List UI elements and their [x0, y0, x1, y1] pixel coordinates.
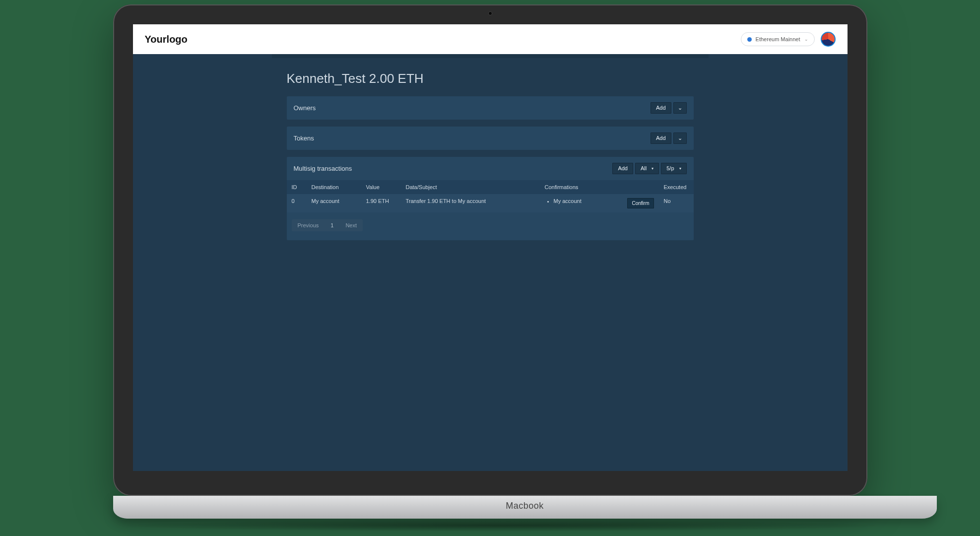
col-id: ID: [287, 180, 307, 194]
col-data-subject: Data/Subject: [401, 180, 540, 194]
laptop-brand-label: Macbook: [506, 501, 544, 511]
multisig-pagesize-select[interactable]: 5/p ▾: [661, 163, 686, 174]
camera-dot: [488, 11, 492, 15]
cell-value: 1.90 ETH: [361, 194, 401, 212]
multisig-filter-select[interactable]: All ▾: [635, 163, 659, 174]
avatar[interactable]: [821, 32, 836, 47]
cell-executed: No: [659, 194, 694, 212]
tokens-add-button[interactable]: Add: [651, 133, 671, 144]
tokens-panel: Tokens Add ⌄: [287, 127, 694, 150]
multisig-pagesize-value: 5/p: [666, 166, 674, 171]
caret-down-icon: ▾: [679, 167, 681, 171]
multisig-filter-value: All: [641, 166, 647, 171]
app-header: Yourlogo Ethereum Mainnet ⌄: [133, 24, 848, 54]
panels-column: Owners Add ⌄ Tokens Add: [287, 96, 694, 240]
pager-next-button[interactable]: Next: [339, 219, 363, 231]
network-status-dot-icon: [747, 37, 752, 42]
caret-down-icon: ▾: [652, 167, 653, 171]
pager-page-1[interactable]: 1: [325, 219, 339, 231]
confirm-button[interactable]: Confirm: [627, 198, 653, 208]
owners-expand-button[interactable]: ⌄: [673, 102, 687, 114]
confirmation-item: My account: [554, 198, 582, 204]
network-name: Ethereum Mainnet: [756, 36, 800, 42]
cell-id: 0: [287, 194, 307, 212]
header-notch: [272, 54, 709, 58]
col-executed: Executed: [659, 180, 694, 194]
multisig-panel-title: Multisig transactions: [294, 165, 352, 172]
pager: Previous 1 Next: [287, 212, 694, 240]
owners-add-button[interactable]: Add: [651, 102, 671, 114]
laptop-shadow: [113, 520, 887, 532]
owners-panel-title: Owners: [294, 104, 316, 112]
tokens-expand-button[interactable]: ⌄: [673, 133, 687, 144]
tokens-panel-title: Tokens: [294, 134, 314, 142]
col-destination: Destination: [307, 180, 361, 194]
multisig-panel: Multisig transactions Add All ▾ 5/p ▾: [287, 157, 694, 240]
col-value: Value: [361, 180, 401, 194]
cell-destination: My account: [307, 194, 361, 212]
chevron-down-icon: ⌄: [678, 105, 682, 111]
col-confirmations: Confirmations: [540, 180, 659, 194]
page-title: Kenneth_Test 2.00 ETH: [287, 58, 694, 96]
owners-panel: Owners Add ⌄: [287, 96, 694, 120]
multisig-add-button[interactable]: Add: [612, 163, 633, 174]
laptop-deck: Macbook: [113, 496, 937, 519]
laptop-frame: Yourlogo Ethereum Mainnet ⌄ Kenneth_Test…: [113, 4, 867, 532]
app-logo[interactable]: Yourlogo: [145, 34, 188, 45]
page-body: Kenneth_Test 2.00 ETH Owners Add ⌄: [133, 58, 848, 240]
chevron-down-icon: ⌄: [804, 37, 808, 42]
laptop-screen: Yourlogo Ethereum Mainnet ⌄ Kenneth_Test…: [133, 24, 848, 471]
cell-confirmations: My account Confirm: [540, 194, 659, 212]
chevron-down-icon: ⌄: [678, 135, 682, 141]
cell-data-subject: Transfer 1.90 ETH to My account: [401, 194, 540, 212]
confirmations-list: My account: [545, 198, 582, 204]
header-right: Ethereum Mainnet ⌄: [741, 32, 836, 47]
multisig-table: ID Destination Value Data/Subject Confir…: [287, 180, 694, 212]
pager-prev-button[interactable]: Previous: [292, 219, 325, 231]
table-header-row: ID Destination Value Data/Subject Confir…: [287, 180, 694, 194]
network-selector[interactable]: Ethereum Mainnet ⌄: [741, 32, 815, 46]
table-row: 0 My account 1.90 ETH Transfer 1.90 ETH …: [287, 194, 694, 212]
laptop-bezel: Yourlogo Ethereum Mainnet ⌄ Kenneth_Test…: [113, 4, 867, 496]
